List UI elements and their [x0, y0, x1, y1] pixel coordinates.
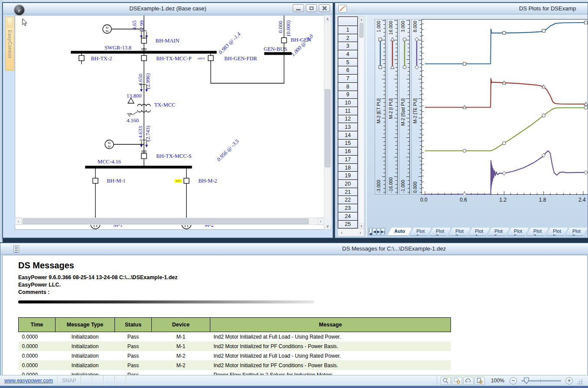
plot-row-25[interactable]: 25: [338, 221, 358, 229]
plot-row-20[interactable]: 20: [338, 180, 358, 188]
diagram-vertical-scrollbar[interactable]: ∧ ∨: [324, 15, 331, 230]
plot-list-scrollbar[interactable]: ∧ ∨: [359, 16, 364, 229]
axis-min-label: -3.000: [376, 180, 381, 193]
restore-icon: [310, 7, 314, 10]
plot-row-15[interactable]: 15: [338, 140, 358, 148]
tab-plot-7[interactable]: Plot 7: [526, 228, 549, 236]
plot-row-18[interactable]: 18: [338, 164, 358, 172]
plot-canvas[interactable]: [421, 19, 588, 195]
message-row[interactable]: 0.0000InitializationPassM-1Ind2 Motor In…: [19, 342, 451, 351]
snap-toggle[interactable]: SNAP: [62, 378, 76, 384]
diagram-label: 0.983 @ -1.4: [217, 31, 242, 55]
app-frame-bottom: [0, 386, 588, 388]
plot-row-5[interactable]: 5: [338, 59, 358, 67]
easycontrol-tab[interactable]: EasyControl: [5, 16, 14, 71]
tab-first-icon[interactable]: |◀: [369, 228, 372, 235]
column-header-message-type: Message Type: [56, 318, 115, 332]
plot-row-10[interactable]: 10: [338, 99, 358, 107]
plot-row-3[interactable]: 3: [338, 42, 358, 50]
report-icon[interactable]: [13, 245, 19, 252]
zoom-slider-thumb[interactable]: [524, 377, 529, 384]
plot-row-2[interactable]: 2: [338, 34, 358, 42]
scroll-up-icon[interactable]: ∧: [324, 16, 331, 22]
plot-row-12[interactable]: 12: [338, 115, 358, 124]
report-divider: [18, 300, 314, 303]
scroll-thumb[interactable]: [23, 218, 309, 224]
scroll-left-icon[interactable]: ‹: [15, 218, 22, 225]
zoom-extents-button[interactable]: [441, 377, 451, 385]
scroll-left-icon[interactable]: ‹: [341, 230, 343, 235]
plot-row-22[interactable]: 22: [338, 196, 358, 204]
plot-row-21[interactable]: 21: [338, 188, 358, 196]
easypower-website-link[interactable]: www.easypower.com: [4, 378, 53, 384]
series-legend-icon: [387, 36, 398, 71]
diagram-horizontal-scrollbar[interactable]: ‹ ›: [15, 218, 324, 225]
cell-type: Initialization: [56, 332, 115, 342]
plot-row-4[interactable]: 4: [338, 50, 358, 59]
message-row[interactable]: 0.0000InitializationPassM-2Ind2 Motor In…: [19, 351, 451, 361]
plot-row-24[interactable]: 24: [338, 212, 358, 221]
zoom-in-button[interactable]: +: [565, 377, 573, 385]
tab-plot-3[interactable]: Plot 3: [448, 228, 470, 236]
tab-plot-4[interactable]: Plot 4: [468, 228, 490, 236]
close-button[interactable]: [319, 4, 330, 12]
zoom-slider[interactable]: [521, 380, 561, 381]
tab-plot-1[interactable]: Plot 1: [409, 228, 431, 236]
axis-series-name: M-2 [ET PU]: [376, 98, 381, 124]
plot-row-1[interactable]: 1: [338, 26, 358, 34]
tab-plot-9[interactable]: Plot 9: [565, 228, 588, 236]
plot-row-6[interactable]: 6: [338, 66, 358, 75]
x-tick-label: 1.2: [500, 197, 507, 203]
messages-window-titlebar[interactable]: DS Messages for C:\...\DSExample-1.dez: [0, 243, 588, 254]
minimize-button[interactable]: [293, 4, 304, 12]
tab-plot-6[interactable]: Plot 6: [507, 228, 529, 236]
plot-row-11[interactable]: 11: [338, 107, 358, 115]
plot-row-23[interactable]: 23: [338, 204, 358, 212]
tab-auto[interactable]: Auto: [387, 228, 412, 236]
plot-row-14[interactable]: 14: [338, 131, 358, 140]
easypower-logo-icon[interactable]: e: [14, 5, 24, 15]
column-header-device: Device: [152, 318, 210, 332]
tab-prev-icon[interactable]: ◀: [372, 228, 376, 235]
easycontrol-panel: EasyControl: [4, 15, 15, 237]
cell-device: M-2: [152, 351, 210, 361]
tab-plot-8[interactable]: Plot 8: [546, 228, 568, 236]
zoom-window-button[interactable]: [452, 377, 462, 385]
plots-window-titlebar[interactable]: DS Plots for DSExamp: [335, 3, 588, 14]
tab-plot-5[interactable]: Plot 5: [487, 228, 510, 236]
plot-region: 1.000-3.000M-2 [ET PU]16.000-16.000M-2 […: [366, 15, 588, 237]
plot-row-9[interactable]: 9: [338, 91, 358, 99]
cell-status: Pass: [115, 332, 152, 342]
scroll-thumb[interactable]: [359, 23, 363, 38]
tab-plot-2[interactable]: Plot 2: [429, 228, 451, 236]
resize-grip[interactable]: [324, 218, 331, 225]
tab-last-icon[interactable]: ▶|: [381, 228, 385, 235]
plot-row-8[interactable]: 8: [338, 83, 358, 91]
plot-row-16[interactable]: 16: [338, 147, 358, 156]
series-m-2-spd-pu-: [425, 106, 588, 153]
oneline-diagram-canvas[interactable]: 51 50 51 50 4.65(2.99BH-MAINSWGR-13.8BH-…: [15, 15, 324, 230]
scroll-down-icon[interactable]: ∨: [359, 223, 364, 228]
tab-next-icon[interactable]: ▶: [377, 228, 380, 235]
plot-row-19[interactable]: 19: [338, 172, 358, 180]
diagram-labels: 4.65(2.99BH-MAINSWGR-13.8BH-TX-2BH-TX-MC…: [15, 16, 324, 229]
scroll-up-icon[interactable]: ∧: [359, 17, 364, 22]
plot-list-hscroll[interactable]: ‹ ›: [338, 228, 364, 236]
diagram-window-titlebar[interactable]: DSExample-1.dez (Base case): [3, 3, 333, 14]
window-resize-grip[interactable]: [577, 379, 583, 385]
zoom-out-button[interactable]: −: [510, 377, 517, 385]
scroll-right-icon[interactable]: ›: [317, 218, 324, 225]
zoom-page-button[interactable]: [474, 377, 485, 385]
plot-row-7[interactable]: 7: [338, 75, 358, 83]
zoom-previous-button[interactable]: [463, 377, 474, 385]
restore-button[interactable]: [306, 4, 317, 12]
diagram-label: MCC-4.16: [98, 159, 121, 165]
plot-window-icon[interactable]: [338, 5, 347, 13]
scroll-right-icon[interactable]: ›: [359, 230, 361, 235]
message-row[interactable]: 0.0000InitializationPassM-2Ind2 Motor In…: [19, 361, 451, 370]
scroll-thumb[interactable]: [325, 89, 330, 167]
plot-row-13[interactable]: 13: [338, 123, 358, 131]
statusbar-link-cell: www.easypower.com: [0, 375, 58, 386]
message-row[interactable]: 0.0000InitializationPassM-1Ind2 Motor In…: [19, 332, 451, 342]
plot-row-17[interactable]: 17: [338, 156, 358, 164]
